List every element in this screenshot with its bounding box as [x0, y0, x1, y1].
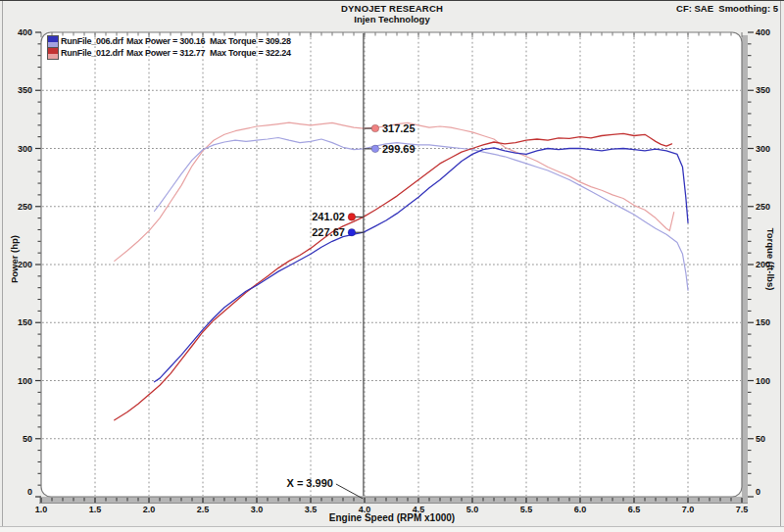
- cursor-readout-dot: [371, 124, 379, 132]
- window-bottom-strip: [0, 527, 784, 532]
- svg-text:400: 400: [18, 27, 32, 37]
- x-axis-title: Engine Speed (RPM x1000): [245, 512, 539, 523]
- svg-text:300: 300: [18, 144, 32, 154]
- legend-max-power: Max Power = 312.77: [126, 48, 205, 58]
- right-axis-bar: [742, 35, 748, 503]
- bottom-axis-bar: [39, 497, 748, 503]
- legend-max-power: Max Power = 300.16: [126, 36, 205, 46]
- svg-text:200: 200: [18, 260, 32, 269]
- series-swatch-runfile-012: [47, 47, 59, 60]
- svg-text:350: 350: [756, 85, 770, 95]
- cursor-readout-value: 227.67: [312, 226, 345, 238]
- svg-text:1.5: 1.5: [89, 505, 102, 514]
- svg-text:0: 0: [27, 487, 32, 497]
- right-axis-title: Torque (ft-lbs): [765, 167, 776, 353]
- svg-text:7.5: 7.5: [736, 505, 749, 514]
- svg-text:0: 0: [756, 487, 760, 497]
- svg-text:350: 350: [18, 85, 32, 95]
- svg-text:100: 100: [18, 376, 32, 386]
- legend-max-torque: Max Torque = 309.28: [210, 36, 291, 46]
- legend-max-torque: Max Torque = 322.24: [210, 48, 291, 58]
- svg-text:250: 250: [18, 202, 32, 212]
- svg-text:50: 50: [756, 434, 765, 444]
- svg-text:100: 100: [756, 376, 770, 386]
- svg-text:2.0: 2.0: [143, 505, 156, 514]
- cursor-readout-dot: [348, 214, 356, 221]
- cursor-readout-value: 317.25: [382, 122, 416, 134]
- cursor-readout-dot: [371, 145, 379, 153]
- svg-text:6.5: 6.5: [628, 505, 641, 514]
- svg-text:400: 400: [756, 27, 770, 37]
- svg-text:7.0: 7.0: [682, 505, 695, 514]
- legend-file-name: RunFile_006.drf: [61, 36, 123, 46]
- dyno-graph: 1.01.52.02.53.03.54.04.55.05.56.06.57.07…: [0, 0, 784, 532]
- svg-text:1.0: 1.0: [35, 505, 48, 514]
- legend-file-name: RunFile_012.drf: [61, 48, 123, 58]
- torque-color-chip: [48, 54, 58, 60]
- legend-row-runfile-006: RunFile_006.drf Max Power = 300.16 Max T…: [47, 35, 341, 47]
- cursor-x-label: X = 3.990: [286, 477, 332, 489]
- svg-text:300: 300: [756, 144, 770, 154]
- svg-text:6.0: 6.0: [574, 505, 587, 514]
- svg-text:50: 50: [23, 434, 32, 444]
- cursor-readout-dot: [348, 228, 356, 236]
- svg-text:2.5: 2.5: [197, 505, 210, 514]
- legend-row-runfile-012: RunFile_012.drf Max Power = 312.77 Max T…: [47, 47, 341, 59]
- cursor-readout-value: 241.02: [312, 211, 345, 222]
- plot-panel: [39, 32, 748, 504]
- left-axis-title: Power (hp): [9, 167, 20, 353]
- cursor-readout-value: 299.69: [382, 143, 416, 155]
- svg-text:150: 150: [18, 317, 32, 327]
- legend: RunFile_006.drf Max Power = 300.16 Max T…: [47, 35, 341, 59]
